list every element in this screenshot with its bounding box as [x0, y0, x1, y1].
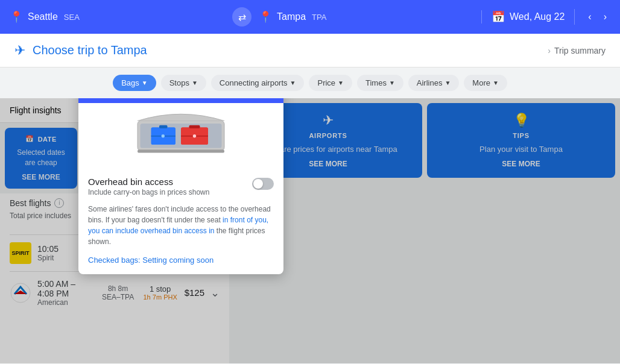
airlines-label: Airlines — [417, 78, 443, 87]
stops-filter-button[interactable]: Stops ▼ — [161, 75, 206, 91]
airlines-filter-button[interactable]: Airlines ▼ — [408, 75, 460, 91]
overhead-labels: Overhead bin access Include carry-on bag… — [88, 177, 209, 196]
trip-summary-button[interactable]: › Trip summary — [548, 46, 606, 55]
trip-summary-label: Trip summary — [554, 46, 606, 55]
prev-date-button[interactable]: ‹ — [584, 9, 595, 25]
origin-code: SEA — [64, 13, 80, 22]
date-label: Wed, Aug 22 — [510, 11, 565, 22]
more-filter-button[interactable]: More ▼ — [464, 75, 507, 91]
date-section: 📅 Wed, Aug 22 — [481, 10, 574, 24]
overhead-label: Overhead bin access — [88, 177, 209, 187]
price-label: Price — [317, 78, 335, 87]
swap-button[interactable]: ⇄ — [232, 7, 251, 27]
calendar-icon: 📅 — [492, 10, 505, 24]
bags-modal-body: Overhead bin access Include carry-on bag… — [78, 103, 283, 274]
stops-label: Stops — [169, 78, 189, 87]
connecting-airports-label: Connecting airports — [220, 78, 288, 87]
overhead-sublabel: Include carry-on bags in prices shown — [88, 188, 209, 196]
airlines-dropdown-arrow: ▼ — [444, 80, 451, 86]
more-dropdown-arrow: ▼ — [493, 80, 499, 86]
destination-segment: 📍 Tampa TPA — [251, 10, 481, 24]
times-label: Times — [365, 78, 387, 87]
price-filter-button[interactable]: Price ▼ — [309, 75, 352, 91]
svg-rect-4 — [159, 125, 168, 128]
bags-modal: Bags ✕ — [78, 98, 283, 274]
toggle-circle — [253, 179, 263, 189]
connecting-airports-dropdown-arrow: ▼ — [290, 80, 296, 86]
svg-point-10 — [193, 134, 196, 137]
origin-segment: 📍 Seattle SEA — [10, 10, 232, 24]
main-content: Flight insights 📅 DATE Selected dates ar… — [0, 98, 620, 363]
svg-rect-11 — [138, 149, 224, 152]
page-title: Choose trip to Tampa — [33, 43, 147, 57]
overhead-section: Overhead bin access Include carry-on bag… — [88, 177, 274, 196]
connecting-airports-filter-button[interactable]: Connecting airports ▼ — [211, 75, 305, 91]
checked-bags-section: Checked bags: Setting coming soon — [88, 256, 274, 265]
svg-point-6 — [162, 134, 165, 137]
bags-dropdown-arrow: ▼ — [142, 80, 148, 86]
bags-illustration — [88, 113, 274, 167]
times-dropdown-arrow: ▼ — [389, 80, 395, 86]
checked-bags-label: Checked bags: — [88, 256, 141, 265]
page-title-section: ✈ Choose trip to Tampa — [14, 43, 548, 58]
header: 📍 Seattle SEA ⇄ 📍 Tampa TPA 📅 Wed, Aug 2… — [0, 0, 620, 34]
date-nav: ‹ › — [574, 9, 610, 25]
destination-city: Tampa — [277, 11, 306, 22]
bags-modal-header: Bags ✕ — [78, 98, 283, 103]
origin-city: Seattle — [28, 11, 58, 22]
subheader: ✈ Choose trip to Tampa › Trip summary — [0, 34, 620, 67]
description-link1[interactable]: in front of you, you can include overhea… — [88, 216, 268, 235]
price-dropdown-arrow: ▼ — [338, 80, 344, 86]
plane-icon: ✈ — [14, 43, 25, 58]
location-icon: 📍 — [10, 10, 23, 24]
svg-rect-8 — [189, 125, 200, 128]
more-label: More — [472, 78, 490, 87]
checked-bags-value: Setting coming soon — [142, 256, 214, 265]
destination-pin-icon: 📍 — [259, 10, 272, 24]
times-filter-button[interactable]: Times ▼ — [357, 75, 403, 91]
next-date-button[interactable]: › — [600, 9, 610, 25]
destination-code: TPA — [312, 13, 326, 22]
overhead-description: Some airlines' fares don't include acces… — [88, 204, 274, 247]
chevron-right-icon: › — [548, 46, 551, 55]
filter-bar: Bags ▼ Stops ▼ Connecting airports ▼ Pri… — [0, 67, 620, 98]
overhead-toggle[interactable] — [252, 178, 274, 190]
bags-filter-button[interactable]: Bags ▼ — [113, 75, 156, 91]
bags-label: Bags — [121, 78, 139, 87]
overhead-bin-illustration — [127, 113, 235, 167]
stops-dropdown-arrow: ▼ — [192, 80, 198, 86]
